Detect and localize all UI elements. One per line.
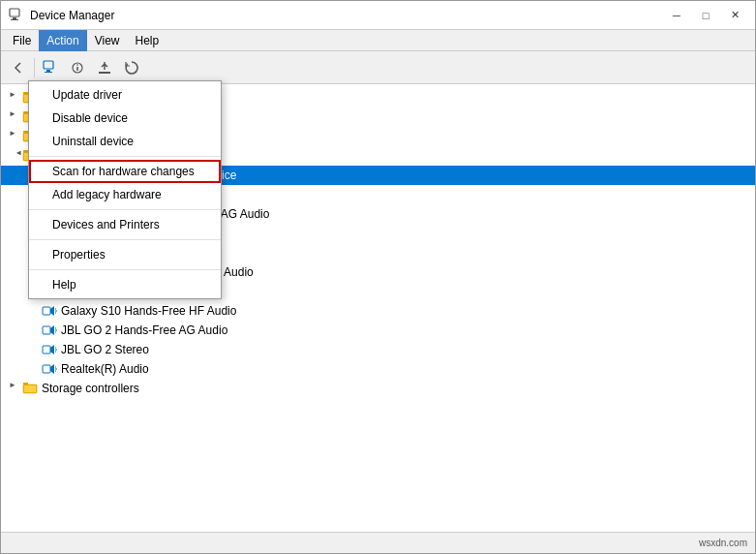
svg-rect-4 [46, 70, 50, 72]
svg-marker-68 [50, 345, 54, 354]
folder-icon [22, 381, 38, 396]
svg-marker-58 [50, 306, 54, 316]
computer-icon-btn[interactable] [37, 55, 64, 80]
watermark: wsxdn.com [699, 538, 747, 548]
menu-help[interactable]: Help [128, 30, 167, 51]
menu-properties[interactable]: Properties [29, 243, 221, 266]
toolbar [1, 51, 755, 84]
menu-file[interactable]: File [5, 30, 39, 51]
tree-item-realtek[interactable]: Realtek(R) Audio [1, 359, 755, 379]
menu-action[interactable]: Action [39, 30, 86, 51]
svg-rect-79 [24, 385, 36, 392]
svg-rect-5 [45, 72, 52, 73]
sound-icon [42, 342, 57, 357]
menu-uninstall-device[interactable]: Uninstall device [29, 130, 221, 153]
svg-point-8 [76, 64, 78, 66]
svg-rect-77 [23, 383, 28, 385]
title-bar: Device Manager ─ □ ✕ [1, 1, 755, 30]
scan-btn[interactable] [118, 55, 145, 80]
window-controls: ─ □ ✕ [664, 6, 747, 25]
menu-view[interactable]: View [87, 30, 128, 51]
menu-help[interactable]: Help [29, 273, 221, 296]
update-driver-btn[interactable] [91, 55, 118, 80]
svg-marker-63 [50, 325, 54, 335]
svg-rect-3 [44, 61, 53, 69]
svg-rect-72 [43, 365, 50, 373]
svg-rect-57 [43, 307, 50, 315]
svg-rect-67 [43, 346, 50, 354]
menu-scan-hardware[interactable]: Scan for hardware changes [29, 160, 221, 183]
tree-item-label: JBL GO 2 Stereo [61, 343, 755, 356]
tree-arrow [28, 342, 42, 357]
action-dropdown-menu: Update driver Disable device Uninstall d… [28, 80, 222, 299]
menu-separator-1 [29, 156, 221, 157]
close-button[interactable]: ✕ [722, 6, 747, 25]
svg-rect-2 [11, 19, 18, 20]
svg-rect-1 [13, 17, 16, 19]
menu-add-legacy[interactable]: Add legacy hardware [29, 183, 221, 206]
svg-rect-0 [10, 9, 19, 16]
tree-arrow: ▼ [8, 149, 23, 163]
tree-arrow [28, 361, 42, 377]
back-button[interactable] [5, 55, 32, 80]
tree-item-label: Galaxy S10 Hands-Free HF Audio [61, 304, 755, 318]
status-bar: wsxdn.com [1, 532, 755, 553]
sound-icon [42, 361, 57, 377]
tree-item-jbl-go2-stereo[interactable]: JBL GO 2 Stereo [1, 340, 755, 359]
tree-item-label: Realtek(R) Audio [61, 362, 755, 376]
menu-separator-2 [29, 209, 221, 210]
tree-item-label: JBL GO 2 Hands-Free AG Audio [61, 323, 755, 337]
tree-arrow: ► [9, 129, 22, 144]
tree-arrow: ► [9, 381, 22, 396]
menu-separator-3 [29, 239, 221, 240]
minimize-button[interactable]: ─ [664, 6, 689, 25]
tree-arrow [28, 303, 42, 319]
menu-update-driver[interactable]: Update driver [29, 83, 221, 107]
menu-separator-4 [29, 269, 221, 270]
properties-btn[interactable] [64, 55, 91, 80]
app-icon [9, 8, 24, 23]
sound-icon [42, 323, 57, 338]
tree-arrow [28, 323, 42, 338]
menu-disable-device[interactable]: Disable device [29, 107, 221, 130]
tree-arrow: ► [9, 90, 22, 106]
menu-devices-printers[interactable]: Devices and Printers [29, 213, 221, 236]
tree-item-label: Storage controllers [42, 382, 755, 395]
svg-rect-9 [99, 72, 110, 74]
menu-bar: File Action View Help Update driver Disa… [1, 30, 755, 51]
device-manager-window: Device Manager ─ □ ✕ File Action View He… [0, 0, 756, 554]
maximize-button[interactable]: □ [693, 6, 718, 25]
window-title: Device Manager [30, 9, 664, 22]
toolbar-separator [34, 58, 35, 77]
tree-item-jbl-go2-ag[interactable]: JBL GO 2 Hands-Free AG Audio [1, 321, 755, 340]
svg-marker-73 [50, 364, 54, 374]
tree-item-storage-controllers[interactable]: ► Storage controllers [1, 379, 755, 398]
sound-icon [42, 303, 57, 319]
svg-rect-62 [43, 326, 50, 334]
tree-arrow: ► [9, 109, 22, 125]
tree-item-galaxy-s10-hf[interactable]: Galaxy S10 Hands-Free HF Audio [1, 301, 755, 321]
